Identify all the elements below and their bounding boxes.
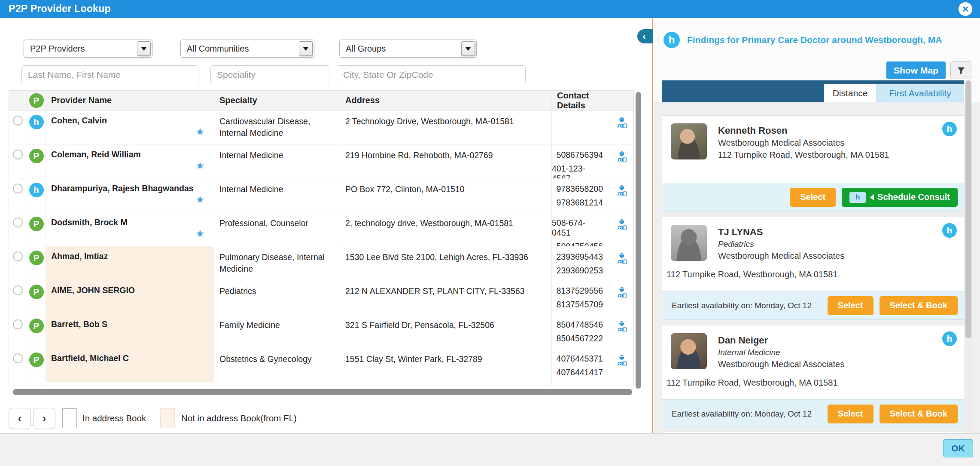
- collapse-panel-button[interactable]: ‹: [637, 29, 653, 43]
- chevron-left-icon: ‹: [642, 31, 645, 42]
- provider-address: 1551 Clay St, Winter Park, FL-32789: [340, 348, 552, 382]
- group-select[interactable]: All Groups: [339, 40, 477, 58]
- address-header: Address: [340, 91, 552, 110]
- select-button[interactable]: Select: [828, 405, 873, 423]
- contact-phone: 508-674-0451: [552, 218, 603, 238]
- dialog-titlebar: P2P Provider Lookup: [0, 0, 980, 18]
- row-radio[interactable]: [13, 353, 23, 363]
- chevron-down-icon: [461, 41, 475, 56]
- tab-distance[interactable]: Distance: [824, 84, 876, 102]
- doctor-profile-icon[interactable]: [615, 251, 629, 265]
- row-radio[interactable]: [13, 319, 23, 329]
- findings-scrollbar[interactable]: [965, 80, 971, 338]
- p2p-icon: P: [29, 285, 44, 299]
- p2p-provider-lookup-dialog: P2P Provider Lookup ✕ P2P Providers All …: [0, 0, 980, 466]
- provider-card: Kenneth Rosen Westborough Medical Associ…: [662, 115, 964, 212]
- provider-type-select[interactable]: P2P Providers: [24, 40, 152, 58]
- select-button[interactable]: Select: [790, 188, 836, 207]
- table-row[interactable]: P Coleman, Reid William Internal Medicin…: [9, 144, 633, 178]
- contact-phone: 8137545709: [557, 300, 603, 310]
- doctor-profile-icon[interactable]: [615, 116, 629, 129]
- healow-icon: h: [942, 122, 957, 136]
- provider-specialty: Internal Medicine: [214, 178, 340, 212]
- table-row[interactable]: h Dharampuriya, Rajesh Bhagwandas Intern…: [9, 178, 633, 212]
- filter-button[interactable]: [950, 61, 971, 79]
- tab-first-availability[interactable]: First Availability: [876, 84, 964, 102]
- provider-name: Cohen, Calvin: [46, 110, 214, 126]
- contact-phone: 2393690253: [557, 266, 603, 276]
- p2p-icon: P: [29, 149, 44, 163]
- next-page-button[interactable]: ›: [33, 408, 55, 429]
- row-radio[interactable]: [13, 150, 23, 159]
- table-row[interactable]: P AIME, JOHN SERGIO Pediatrics 212 N ALE…: [9, 280, 633, 314]
- card-provider-address: 112 Turnpike Road, Westborough, MA 01581: [667, 270, 837, 279]
- row-radio[interactable]: [13, 116, 23, 126]
- favorite-star-icon: [195, 195, 204, 205]
- availability-text: Earliest availability on: Monday, Oct 12: [668, 409, 812, 419]
- ok-button[interactable]: OK: [943, 439, 973, 457]
- row-radio[interactable]: [13, 251, 23, 261]
- provider-card: TJ LYNAS Pediatrics Westborough Medical …: [662, 217, 964, 320]
- provider-address: PO Box 772, Clinton, MA-01510: [340, 178, 552, 212]
- doctor-profile-icon[interactable]: [615, 218, 629, 231]
- doctor-profile-icon[interactable]: [615, 184, 629, 197]
- table-row[interactable]: P Barrett, Bob S Family Medicine 321 S F…: [9, 314, 633, 348]
- in-address-book-swatch: [62, 408, 77, 428]
- card-provider-specialty: Internal Medicine: [718, 347, 844, 358]
- sort-tabbar: Distance First Availability: [662, 80, 964, 102]
- favorite-star-icon: [195, 229, 204, 239]
- card-provider-name: Kenneth Rosen: [718, 124, 889, 137]
- p2p-icon: P: [29, 217, 44, 231]
- card-provider-org: Westborough Medical Associates: [718, 137, 889, 149]
- provider-type-value: P2P Providers: [30, 44, 85, 54]
- city-search-input[interactable]: [337, 65, 526, 84]
- doctor-profile-icon[interactable]: [615, 285, 629, 299]
- row-radio[interactable]: [13, 285, 23, 295]
- card-provider-name: Dan Neiger: [718, 334, 844, 347]
- provider-address: 2, technology drive, Westborough, MA-015…: [340, 212, 552, 246]
- card-provider-org: Westborough Medical Associates: [718, 359, 844, 371]
- table-horizontal-scrollbar[interactable]: [13, 389, 632, 395]
- doctor-profile-icon[interactable]: [615, 353, 629, 367]
- favorite-star-icon: [195, 161, 204, 171]
- table-row[interactable]: h Cohen, Calvin Cardiovascular Disease, …: [9, 110, 633, 144]
- provider-specialty: Pediatrics: [214, 280, 340, 314]
- row-radio[interactable]: [13, 218, 23, 227]
- card-provider-specialty: Pediatrics: [718, 239, 844, 250]
- close-icon[interactable]: ✕: [959, 2, 972, 16]
- name-search-input[interactable]: [21, 65, 198, 84]
- provider-specialty: Obstetrics & Gynecology: [214, 348, 340, 382]
- provider-photo: [671, 225, 707, 261]
- table-row[interactable]: P Ahmad, Imtiaz Pulmonary Disease, Inter…: [9, 246, 633, 280]
- table-row[interactable]: P Dodsmith, Brock M Professional, Counse…: [9, 212, 633, 246]
- provider-name: Dodsmith, Brock M: [46, 212, 214, 227]
- doctor-profile-icon[interactable]: [615, 150, 629, 163]
- provider-name-header: Provider Name: [46, 91, 214, 110]
- p2p-icon: P: [29, 251, 44, 265]
- p2p-icon: P: [29, 93, 44, 108]
- provider-name: Bartfield, Michael C: [46, 348, 214, 363]
- provider-specialty: Professional, Counselor: [214, 212, 340, 246]
- healow-icon: h: [29, 115, 44, 129]
- select-and-book-button[interactable]: Select & Book: [880, 296, 958, 315]
- schedule-consult-button[interactable]: h Schedule Consult: [842, 188, 958, 207]
- previous-page-button[interactable]: ‹: [9, 408, 31, 429]
- provider-card: Dan Neiger Internal Medicine Westborough…: [662, 325, 964, 428]
- doctor-profile-icon[interactable]: [615, 319, 629, 333]
- dialog-title: P2P Provider Lookup: [9, 3, 111, 15]
- contact-phone: 8137529556: [557, 286, 603, 296]
- show-map-button[interactable]: Show Map: [886, 61, 946, 79]
- card-provider-name: TJ LYNAS: [718, 226, 844, 239]
- healow-icon: h: [663, 32, 680, 48]
- chevron-down-icon: [137, 41, 151, 56]
- contact-phone: 5086756394: [557, 150, 603, 160]
- group-value: All Groups: [346, 44, 386, 54]
- community-select[interactable]: All Communities: [180, 40, 314, 58]
- table-vertical-scrollbar[interactable]: [636, 92, 641, 389]
- select-button[interactable]: Select: [828, 296, 873, 315]
- table-row[interactable]: P Bartfield, Michael C Obstetrics & Gyne…: [9, 348, 633, 382]
- row-radio[interactable]: [13, 184, 23, 193]
- card-provider-address: 112 Turnpike Road, Westborough, MA 01581: [667, 378, 837, 388]
- select-and-book-button[interactable]: Select & Book: [880, 405, 958, 423]
- specialty-search-input[interactable]: [210, 65, 329, 84]
